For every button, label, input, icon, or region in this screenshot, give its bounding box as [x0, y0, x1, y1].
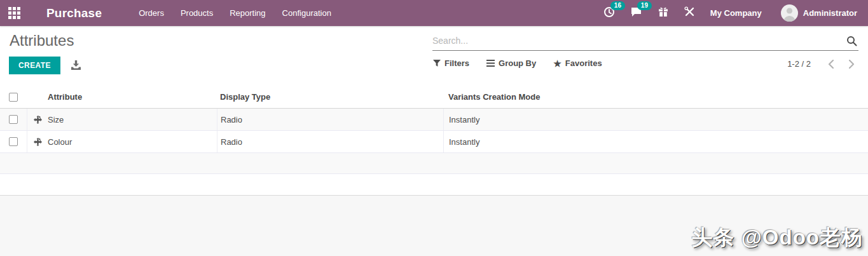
main-menu: Orders Products Reporting Configuration: [130, 1, 340, 25]
user-avatar[interactable]: [781, 4, 798, 22]
gift-button[interactable]: [658, 6, 669, 20]
row-checkbox[interactable]: [9, 115, 18, 124]
user-silhouette-icon: [781, 4, 798, 22]
attributes-list: Attribute Display Type Variants Creation…: [0, 86, 868, 196]
cell-attribute[interactable]: Colour: [48, 137, 217, 147]
crossed-tools-icon: [684, 6, 695, 20]
menu-orders[interactable]: Orders: [130, 1, 172, 25]
top-navbar: Purchase Orders Products Reporting Confi…: [0, 0, 868, 26]
group-by-button[interactable]: Group By: [486, 58, 536, 68]
pager: 1-2 / 2: [787, 59, 858, 69]
search-bar: [432, 31, 858, 51]
app-name[interactable]: Purchase: [46, 6, 102, 20]
create-button[interactable]: CREATE: [9, 57, 60, 74]
funnel-icon: [433, 60, 441, 67]
group-by-bars-icon: [486, 60, 495, 67]
empty-row: [0, 174, 868, 196]
favorites-button[interactable]: ★ Favorites: [553, 58, 602, 68]
pager-previous-button[interactable]: [825, 60, 837, 69]
drag-handle-icon[interactable]: [34, 116, 42, 124]
star-icon: ★: [553, 59, 561, 68]
column-header-attribute[interactable]: Attribute: [48, 92, 217, 102]
table-row-size[interactable]: Size Radio Instantly: [0, 109, 868, 131]
apps-grid-icon: [8, 7, 20, 19]
activity-menu-button[interactable]: 16: [603, 6, 615, 20]
table-header-row: Attribute Display Type Variants Creation…: [0, 86, 868, 109]
menu-products[interactable]: Products: [172, 1, 221, 25]
pager-next-button[interactable]: [846, 60, 858, 69]
cell-attribute[interactable]: Size: [48, 115, 217, 125]
menu-reporting[interactable]: Reporting: [221, 1, 273, 25]
cell-display-type[interactable]: Radio: [217, 109, 443, 130]
gift-icon: [658, 6, 669, 20]
search-icon[interactable]: [846, 36, 857, 46]
page-background: [0, 196, 868, 256]
apps-menu-button[interactable]: [0, 7, 29, 19]
cell-variants-creation-mode[interactable]: Instantly: [443, 131, 868, 152]
messages-badge: 19: [637, 1, 652, 10]
user-menu[interactable]: Administrator: [803, 8, 857, 18]
page-title: Attributes: [10, 32, 74, 50]
select-all-checkbox[interactable]: [9, 93, 18, 102]
control-panel: Attributes CREATE Filters Group By: [0, 26, 868, 86]
systray: 16 19: [588, 4, 868, 22]
messages-menu-button[interactable]: 19: [630, 6, 642, 20]
handle-column-spacer: [27, 86, 48, 108]
search-options: Filters Group By ★ Favorites: [433, 58, 619, 68]
cell-variants-creation-mode[interactable]: Instantly: [443, 109, 868, 130]
cell-display-type[interactable]: Radio: [217, 131, 443, 152]
export-download-icon[interactable]: [71, 60, 81, 71]
table-row-colour[interactable]: Colour Radio Instantly: [0, 131, 868, 153]
column-header-display-type[interactable]: Display Type: [217, 86, 443, 108]
action-buttons: CREATE: [9, 57, 81, 74]
column-header-variants-creation-mode[interactable]: Variants Creation Mode: [443, 86, 868, 108]
empty-stripe-row: [0, 153, 868, 174]
drag-handle-icon[interactable]: [34, 138, 42, 146]
search-input[interactable]: [432, 36, 846, 46]
row-checkbox[interactable]: [9, 137, 18, 146]
activity-badge: 16: [610, 1, 625, 10]
company-switcher[interactable]: My Company: [710, 8, 762, 18]
debug-tools-button[interactable]: [684, 6, 695, 20]
pager-range: 1-2 / 2: [787, 59, 811, 69]
filters-button[interactable]: Filters: [433, 58, 469, 68]
menu-configuration[interactable]: Configuration: [274, 1, 340, 25]
